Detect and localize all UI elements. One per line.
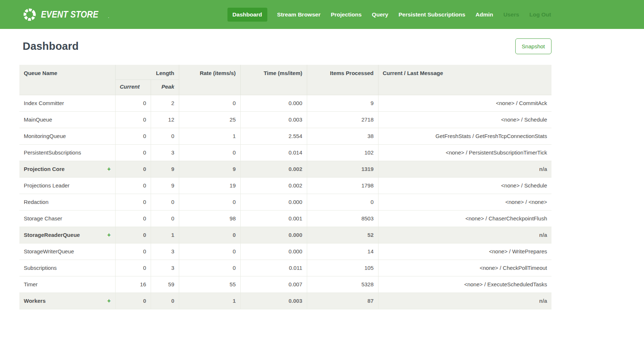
queue-items-processed-cell: 8503 <box>307 211 378 227</box>
queue-name-cell: Redaction <box>19 194 115 211</box>
nav-item-admin[interactable]: Admin <box>475 8 493 22</box>
queue-length-current-cell: 0 <box>115 161 151 178</box>
queue-name-cell: MainQueue <box>19 112 115 128</box>
queue-rate-cell: 0 <box>179 145 240 161</box>
queue-length-current-cell: 0 <box>115 293 151 309</box>
queue-time-cell: 0.011 <box>240 260 307 276</box>
queues-table: Queue Name Length Rate (items/s) Time (m… <box>19 65 551 309</box>
queue-name-label: Projection Core <box>24 166 65 172</box>
col-header-items-processed: Items Processed <box>307 65 378 95</box>
event-store-brand[interactable]: EVENT STORE . <box>19 7 109 22</box>
table-container: Queue Name Length Rate (items/s) Time (m… <box>19 65 551 309</box>
queue-length-peak-cell: 0 <box>151 211 179 227</box>
col-header-time: Time (ms/item) <box>240 65 307 95</box>
queue-name-cell: PersistentSubscriptions <box>19 145 115 161</box>
queue-message-cell: n/a <box>378 227 551 243</box>
col-header-current: Current <box>115 80 151 95</box>
queue-message-cell: <none> / ChaserCheckpointFlush <box>378 211 551 227</box>
queue-length-peak-cell: 1 <box>151 227 179 243</box>
col-header-message: Current / Last Message <box>378 65 551 95</box>
col-header-rate: Rate (items/s) <box>179 65 240 95</box>
queue-length-peak-cell: 0 <box>151 194 179 211</box>
queue-time-cell: 0.014 <box>240 145 307 161</box>
queue-length-peak-cell: 12 <box>151 112 179 128</box>
queue-items-processed-cell: 1319 <box>307 161 378 178</box>
queue-name-label: MainQueue <box>24 116 52 123</box>
queue-row: MainQueue012250.0032718<none> / Schedule <box>19 112 551 128</box>
queue-name-label: Index Committer <box>24 100 64 106</box>
queue-row: StorageWriterQueue0300.00014<none> / Wri… <box>19 243 551 260</box>
page-title: Dashboard <box>19 40 79 52</box>
queue-message-cell: <none> / WritePrepares <box>378 243 551 260</box>
queue-name-cell: Index Committer <box>19 95 115 112</box>
queue-time-cell: 0.007 <box>240 276 307 293</box>
queue-length-peak-cell: 9 <box>151 161 179 178</box>
queue-length-current-cell: 0 <box>115 95 151 112</box>
queue-time-cell: 0.003 <box>240 293 307 309</box>
queue-name-label: StorageWriterQueue <box>24 248 74 254</box>
nav-item-persistent-subscriptions[interactable]: Persistent Subscriptions <box>398 8 466 22</box>
queue-message-cell: <none> / Schedule <box>378 112 551 128</box>
queue-length-peak-cell: 3 <box>151 260 179 276</box>
queue-rate-cell: 55 <box>179 276 240 293</box>
queue-rate-cell: 0 <box>179 243 240 260</box>
dashboard-page: Dashboard Snapshot Queue Name Length Rat… <box>0 38 644 309</box>
queue-items-processed-cell: 14 <box>307 243 378 260</box>
queue-length-peak-cell: 2 <box>151 95 179 112</box>
expand-row-icon[interactable]: + <box>107 297 110 304</box>
queue-items-processed-cell: 0 <box>307 194 378 211</box>
queue-name-cell: Projections Leader <box>19 178 115 194</box>
queue-length-current-cell: 0 <box>115 227 151 243</box>
nav-item-log-out[interactable]: Log Out <box>529 8 551 22</box>
queue-name-cell: +StorageReaderQueue <box>19 227 115 243</box>
queue-message-cell: <none> / <none> <box>378 194 551 211</box>
nav-item-projections[interactable]: Projections <box>330 8 362 22</box>
col-header-peak: Peak <box>151 80 179 95</box>
queue-name-cell: Subscriptions <box>19 260 115 276</box>
queue-length-peak-cell: 0 <box>151 128 179 145</box>
queue-time-cell: 0.000 <box>240 194 307 211</box>
queue-row: Subscriptions0300.011105<none> / CheckPo… <box>19 260 551 276</box>
nav-item-users[interactable]: Users <box>503 8 520 22</box>
col-header-queue-name: Queue Name <box>19 65 115 95</box>
expand-row-icon[interactable]: + <box>107 165 110 172</box>
queue-message-cell: GetFreshStats / GetFreshTcpConnectionSta… <box>378 128 551 145</box>
queue-message-cell: n/a <box>378 293 551 309</box>
queue-items-processed-cell: 102 <box>307 145 378 161</box>
queue-name-cell: +Projection Core <box>19 161 115 178</box>
queue-length-current-cell: 0 <box>115 178 151 194</box>
top-nav-bar: EVENT STORE . Dashboard Stream Browser P… <box>0 0 644 29</box>
nav-item-dashboard[interactable]: Dashboard <box>227 8 267 22</box>
event-store-logo-icon <box>22 7 37 22</box>
brand-name: EVENT STORE <box>41 9 98 20</box>
queue-length-peak-cell: 3 <box>151 243 179 260</box>
queue-rate-cell: 25 <box>179 112 240 128</box>
expand-row-icon[interactable]: + <box>107 231 110 238</box>
nav-item-query[interactable]: Query <box>372 8 389 22</box>
queue-name-label: MonitoringQueue <box>24 133 66 139</box>
queue-rate-cell: 1 <box>179 128 240 145</box>
queue-items-processed-cell: 2718 <box>307 112 378 128</box>
queue-items-processed-cell: 1798 <box>307 178 378 194</box>
queue-row: Redaction0000.0000<none> / <none> <box>19 194 551 211</box>
brand-dot: . <box>108 14 109 19</box>
queue-message-cell: <none> / CheckPollTimeout <box>378 260 551 276</box>
main-nav: Dashboard Stream Browser Projections Que… <box>227 8 551 22</box>
queue-group-row: +Projection Core0990.0021319n/a <box>19 161 551 178</box>
queues-table-header: Queue Name Length Rate (items/s) Time (m… <box>19 65 551 95</box>
queue-length-current-cell: 0 <box>115 194 151 211</box>
queue-name-label: Projections Leader <box>24 182 69 189</box>
queue-items-processed-cell: 87 <box>307 293 378 309</box>
snapshot-button[interactable]: Snapshot <box>515 38 551 54</box>
title-row: Dashboard Snapshot <box>19 38 551 54</box>
queue-time-cell: 0.003 <box>240 112 307 128</box>
queue-name-label: Workers <box>24 298 46 304</box>
queue-rate-cell: 0 <box>179 194 240 211</box>
queue-row: Storage Chaser00980.0018503<none> / Chas… <box>19 211 551 227</box>
queue-row: Projections Leader09190.0021798<none> / … <box>19 178 551 194</box>
queue-group-row: +StorageReaderQueue0100.00052n/a <box>19 227 551 243</box>
queue-name-cell: Storage Chaser <box>19 211 115 227</box>
queue-message-cell: <none> / ExecuteScheduledTasks <box>378 276 551 293</box>
queue-table-body: Index Committer0200.0009<none> / CommitA… <box>19 95 551 309</box>
nav-item-stream-browser[interactable]: Stream Browser <box>277 8 321 22</box>
